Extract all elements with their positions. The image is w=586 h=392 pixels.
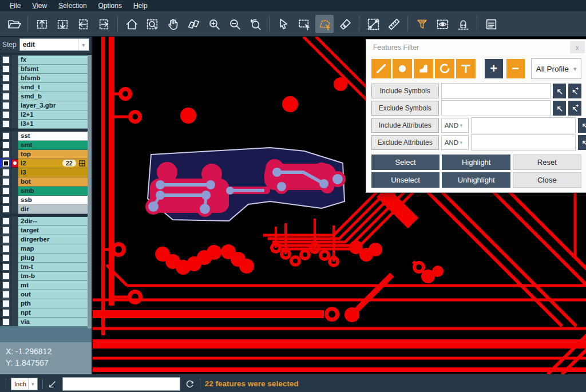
checkbox-icon[interactable] <box>2 217 10 225</box>
line-type-button[interactable] <box>371 59 391 78</box>
view-selected-icon[interactable] <box>433 15 452 33</box>
checkbox-icon[interactable] <box>2 150 10 159</box>
angle-measure-icon[interactable] <box>47 379 58 389</box>
checkbox-icon[interactable] <box>2 83 10 92</box>
layer-row[interactable]: dirgerber <box>0 235 92 244</box>
layer-name[interactable]: pth <box>18 299 88 308</box>
unselect-button[interactable]: Unselect <box>371 172 440 188</box>
layer-row[interactable]: tm-b <box>0 271 92 280</box>
layer-visibility-checkbox[interactable] <box>0 299 11 308</box>
layer-visibility-checkbox[interactable] <box>0 110 11 119</box>
layer-row[interactable]: l3 <box>0 168 92 177</box>
layer-name[interactable]: tm-t <box>18 263 88 272</box>
layer-name[interactable]: l2+1 <box>18 110 88 120</box>
checkbox-icon[interactable] <box>2 141 10 149</box>
layer-visibility-checkbox[interactable] <box>0 55 11 64</box>
checkbox-icon[interactable] <box>2 132 10 140</box>
layer-name[interactable]: via <box>18 318 88 327</box>
layer-row[interactable]: tm-t <box>0 262 92 271</box>
close-button[interactable]: Close <box>513 172 581 188</box>
layer-row[interactable]: l2+1 <box>0 110 92 119</box>
layer-visibility-checkbox[interactable] <box>0 290 11 299</box>
chevron-down-icon[interactable]: ▾ <box>460 140 468 145</box>
step-combobox[interactable]: edit ▾ <box>19 38 89 51</box>
pcb-canvas[interactable]: Features Filter x +−All Profile▾ Include… <box>93 37 586 374</box>
pan-down-icon[interactable] <box>53 15 72 33</box>
include-attributes-button[interactable]: Include Attributes <box>371 118 439 133</box>
menu-selection[interactable]: Selection <box>53 1 92 11</box>
layer-row[interactable]: smb <box>0 186 92 195</box>
layer-name[interactable]: l3 <box>18 168 88 177</box>
checkbox-icon[interactable] <box>2 244 10 253</box>
layer-name[interactable]: l222 <box>18 159 88 168</box>
layer-row[interactable]: sst <box>0 131 92 140</box>
pan-right-icon[interactable] <box>94 15 113 33</box>
layer-name[interactable]: npt <box>18 308 88 318</box>
layer-name[interactable]: bot <box>18 177 88 187</box>
checkbox-icon[interactable] <box>2 187 10 195</box>
layer-name[interactable]: sst <box>18 132 88 141</box>
select-polygon-icon[interactable] <box>315 15 334 33</box>
exclude-symbols-button[interactable]: Exclude Symbols <box>371 101 439 116</box>
filter-value-input[interactable] <box>441 100 551 116</box>
exclude-attributes-button[interactable]: Exclude Attributes <box>371 135 439 150</box>
open-file-icon[interactable] <box>5 15 23 33</box>
zoom-previous-icon[interactable] <box>246 15 264 33</box>
zoom-in-icon[interactable] <box>205 15 223 33</box>
select-rectangle-icon[interactable] <box>295 15 313 33</box>
layer-name[interactable]: out <box>18 290 88 299</box>
feature-table-icon[interactable] <box>79 160 85 167</box>
layer-row[interactable]: npt <box>0 308 92 317</box>
checkbox-icon[interactable] <box>2 308 10 317</box>
checkbox-icon[interactable] <box>2 120 10 128</box>
layer-visibility-checkbox[interactable] <box>0 216 11 225</box>
layer-visibility-checkbox[interactable] <box>0 308 11 317</box>
snap-mode-icon[interactable] <box>454 15 472 33</box>
chevron-down-icon[interactable]: ▾ <box>78 39 89 50</box>
pad-type-button[interactable] <box>393 59 412 78</box>
checkbox-icon[interactable] <box>2 92 10 101</box>
layer-name[interactable]: layer_3.gbr <box>18 101 88 110</box>
layer-visibility-checkbox[interactable] <box>0 244 11 253</box>
layer-name[interactable]: dirgerber <box>18 235 88 244</box>
clear-selection-icon[interactable] <box>336 15 354 33</box>
layer-row[interactable]: layer_3.gbr <box>0 101 92 110</box>
layer-visibility-checkbox[interactable] <box>0 73 11 82</box>
checkbox-icon[interactable] <box>2 235 10 244</box>
layer-visibility-checkbox[interactable] <box>0 140 11 149</box>
checkbox-icon[interactable] <box>2 290 10 299</box>
checkbox-icon[interactable] <box>2 65 10 73</box>
refresh-icon[interactable] <box>185 379 195 389</box>
layer-name[interactable]: plug <box>18 254 88 263</box>
layer-name[interactable]: fx <box>18 56 88 65</box>
command-input[interactable] <box>62 377 180 391</box>
layer-visibility-checkbox[interactable] <box>0 235 11 244</box>
dialog-titlebar[interactable]: Features Filter x <box>366 39 586 55</box>
layer-row[interactable]: via <box>0 317 92 326</box>
layers-table-icon[interactable] <box>482 15 500 33</box>
layer-name[interactable]: smd_t <box>18 83 88 92</box>
home-view-icon[interactable] <box>122 15 141 33</box>
pick-arrow-icon[interactable] <box>578 135 586 150</box>
text-type-button[interactable] <box>456 59 476 78</box>
chevron-down-icon[interactable]: ▾ <box>569 65 581 73</box>
menu-file[interactable]: File <box>5 1 26 11</box>
filter-value-input[interactable] <box>471 117 576 133</box>
layer-row[interactable]: map <box>0 244 92 253</box>
menu-view[interactable]: View <box>27 1 52 11</box>
layer-row[interactable]: out <box>0 290 92 299</box>
layer-list-scrollbar[interactable] <box>88 55 92 328</box>
checkbox-icon[interactable] <box>2 101 10 110</box>
layer-visibility-checkbox[interactable] <box>0 225 11 235</box>
layer-row[interactable]: smt <box>0 140 92 149</box>
layer-name[interactable]: top <box>18 150 88 159</box>
layer-row[interactable]: bot <box>0 177 92 186</box>
layer-name[interactable]: map <box>18 244 88 254</box>
layer-visibility-checkbox[interactable] <box>0 195 11 204</box>
include-symbols-button[interactable]: Include Symbols <box>371 84 439 98</box>
layer-name[interactable]: bfsmt <box>18 65 88 74</box>
units-combobox[interactable]: Inch ▾ <box>11 378 38 390</box>
layer-row[interactable]: fx <box>0 55 92 64</box>
layer-name[interactable]: l3+1 <box>18 120 88 129</box>
checkbox-icon[interactable] <box>2 205 10 213</box>
